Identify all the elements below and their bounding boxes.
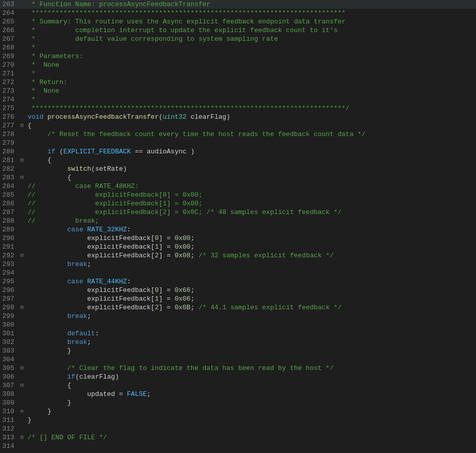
fold-marker	[18, 225, 25, 234]
token	[43, 113, 47, 121]
code-line: 268 *	[0, 43, 476, 52]
fold-marker[interactable]: ⊖	[18, 407, 25, 416]
token: ;	[191, 286, 195, 294]
code-line: 290 explicitFeedback[0] = 0x00;	[0, 234, 476, 243]
code-line: 307⊟ {	[0, 381, 476, 390]
fold-marker[interactable]: ⊟	[18, 121, 25, 130]
line-number: 279	[0, 139, 18, 147]
fold-marker	[18, 87, 25, 95]
token: }	[28, 347, 71, 355]
code-line: 264 ************************************…	[0, 9, 476, 17]
token	[83, 278, 87, 285]
code-content	[25, 442, 476, 450]
token: ;	[147, 390, 151, 398]
line-number: 263	[0, 0, 18, 9]
fold-marker[interactable]: ⊟	[18, 364, 25, 372]
fold-marker	[18, 182, 25, 191]
code-content: }	[25, 398, 476, 407]
line-number: 282	[0, 165, 18, 173]
token: explicitFeedback[	[28, 304, 155, 311]
fold-marker	[18, 398, 25, 407]
line-number: 297	[0, 295, 18, 303]
code-line: 303 }	[0, 347, 476, 355]
code-content	[25, 424, 476, 433]
line-number: 299	[0, 312, 18, 321]
code-line: 292⊟ explicitFeedback[2] = 0x08; /* 32 s…	[0, 251, 476, 260]
token: // explicitFeedback[0] = 0x00;	[28, 191, 202, 199]
code-content: switch(setRate)	[25, 165, 476, 173]
code-line: 275 ************************************…	[0, 104, 476, 113]
line-number: 283	[0, 173, 18, 182]
fold-marker	[18, 424, 25, 433]
fold-marker[interactable]: ⊟	[18, 303, 25, 312]
fold-marker	[18, 355, 25, 364]
token: processAsyncFeedbackTransfer	[47, 113, 158, 121]
code-line: 274 *	[0, 95, 476, 104]
code-line: 299 break;	[0, 312, 476, 321]
code-line: 270 * None	[0, 61, 476, 69]
token: default	[67, 330, 95, 337]
fold-marker	[18, 321, 25, 329]
token: uint32	[163, 113, 187, 121]
line-number: 265	[0, 17, 18, 26]
token: if	[47, 148, 56, 155]
token: * None	[28, 61, 59, 69]
fold-marker	[18, 260, 25, 269]
code-line: 304	[0, 355, 476, 364]
line-number: 300	[0, 321, 18, 329]
code-line: 294	[0, 269, 476, 277]
code-content: // break;	[25, 217, 476, 225]
code-line: 295 case RATE_44KHZ:	[0, 277, 476, 286]
token	[28, 165, 67, 173]
fold-marker	[18, 347, 25, 355]
token	[28, 364, 67, 372]
line-number: 274	[0, 95, 18, 104]
token: EXPLICIT_FEEDBACK	[63, 148, 131, 155]
token: RATE_32KHZ	[87, 226, 127, 233]
fold-marker	[18, 35, 25, 43]
code-content: explicitFeedback[1] = 0x00;	[25, 243, 476, 251]
line-number: 306	[0, 372, 18, 381]
token: ] =	[158, 234, 174, 242]
fold-marker	[18, 269, 25, 277]
code-content: break;	[25, 260, 476, 269]
fold-marker	[18, 17, 25, 26]
code-content: break;	[25, 338, 476, 347]
token: break	[67, 260, 87, 268]
code-content: explicitFeedback[0] = 0x00;	[25, 234, 476, 243]
fold-marker	[18, 26, 25, 35]
token: 0x66	[175, 286, 191, 294]
fold-marker[interactable]: ⊟	[18, 251, 25, 260]
code-line: 302 break;	[0, 338, 476, 347]
token: if	[67, 373, 75, 381]
fold-marker	[18, 372, 25, 381]
line-number: 271	[0, 69, 18, 78]
code-content: if(clearFlag)	[25, 372, 476, 381]
line-number: 301	[0, 329, 18, 338]
fold-marker[interactable]: ⊟	[18, 433, 25, 442]
line-number: 264	[0, 9, 18, 17]
code-content: updated = FALSE;	[25, 390, 476, 398]
fold-marker	[18, 217, 25, 225]
code-line: 305⊟ /* Clear the flag to indicate the d…	[0, 364, 476, 372]
fold-marker[interactable]: ⊟	[18, 381, 25, 390]
fold-marker[interactable]: ⊟	[18, 156, 25, 165]
code-content: // explicitFeedback[1] = 0x00;	[25, 199, 476, 208]
fold-marker[interactable]: ⊟	[18, 173, 25, 182]
fold-marker	[18, 165, 25, 173]
code-line: 283⊟ {	[0, 173, 476, 182]
code-content: * None	[25, 61, 476, 69]
code-line: 298⊟ explicitFeedback[2] = 0x0B; /* 44.1…	[0, 303, 476, 312]
line-number: 295	[0, 277, 18, 286]
token: }	[28, 399, 71, 407]
token: break	[67, 312, 87, 320]
line-number: 289	[0, 225, 18, 234]
code-line: 269 * Parameters:	[0, 52, 476, 61]
code-content: ****************************************…	[25, 104, 476, 113]
line-number: 284	[0, 182, 18, 191]
code-line: 287 // explicitFeedback[2] = 0x0C; /* 48…	[0, 208, 476, 217]
code-line: 285 // explicitFeedback[0] = 0x00;	[0, 191, 476, 199]
token	[28, 338, 67, 346]
fold-marker	[18, 234, 25, 243]
code-content: explicitFeedback[2] = 0x08; /* 32 sample…	[25, 251, 476, 260]
